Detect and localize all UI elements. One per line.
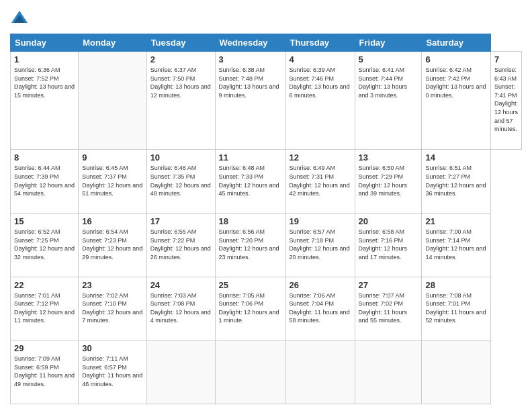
calendar-day-26: 26Sunrise: 7:06 AMSunset: 7:04 PMDayligh… — [285, 277, 355, 340]
calendar-day-25: 25Sunrise: 7:05 AMSunset: 7:06 PMDayligh… — [215, 277, 285, 340]
calendar-empty — [285, 340, 355, 404]
logo — [10, 9, 32, 28]
calendar-day-11: 11Sunrise: 6:48 AMSunset: 7:33 PMDayligh… — [215, 150, 285, 214]
calendar-day-2: 2Sunrise: 6:37 AMSunset: 7:50 PMDaylight… — [146, 52, 215, 150]
calendar-empty — [355, 340, 422, 404]
calendar-day-21: 21Sunrise: 7:00 AMSunset: 7:14 PMDayligh… — [422, 213, 491, 277]
calendar-table: SundayMondayTuesdayWednesdayThursdayFrid… — [10, 34, 522, 404]
logo-icon — [10, 9, 29, 28]
calendar-empty — [146, 340, 215, 404]
calendar-day-22: 22Sunrise: 7:01 AMSunset: 7:12 PMDayligh… — [11, 277, 79, 340]
calendar-day-3: 3Sunrise: 6:38 AMSunset: 7:48 PMDaylight… — [215, 52, 285, 150]
calendar-day-24: 24Sunrise: 7:03 AMSunset: 7:08 PMDayligh… — [146, 277, 215, 340]
header-cell-tuesday: Tuesday — [146, 34, 215, 52]
header-cell-friday: Friday — [355, 34, 422, 52]
calendar-day-14: 14Sunrise: 6:51 AMSunset: 7:27 PMDayligh… — [422, 150, 491, 214]
calendar-day-23: 23Sunrise: 7:02 AMSunset: 7:10 PMDayligh… — [79, 277, 146, 340]
calendar-day-20: 20Sunrise: 6:58 AMSunset: 7:16 PMDayligh… — [355, 213, 422, 277]
calendar-empty — [215, 340, 285, 404]
calendar-day-8: 8Sunrise: 6:44 AMSunset: 7:39 PMDaylight… — [11, 150, 79, 214]
calendar-week-4: 29Sunrise: 7:09 AMSunset: 6:59 PMDayligh… — [11, 340, 522, 404]
header-cell-sunday: Sunday — [11, 34, 79, 52]
calendar-header: SundayMondayTuesdayWednesdayThursdayFrid… — [11, 34, 522, 52]
calendar-day-6: 6Sunrise: 6:42 AMSunset: 7:42 PMDaylight… — [422, 52, 491, 150]
calendar-empty — [79, 52, 146, 150]
page: SundayMondayTuesdayWednesdayThursdayFrid… — [0, 0, 532, 411]
calendar-day-15: 15Sunrise: 6:52 AMSunset: 7:25 PMDayligh… — [11, 213, 79, 277]
calendar-day-19: 19Sunrise: 6:57 AMSunset: 7:18 PMDayligh… — [285, 213, 355, 277]
calendar-day-12: 12Sunrise: 6:49 AMSunset: 7:31 PMDayligh… — [285, 150, 355, 214]
calendar-day-16: 16Sunrise: 6:54 AMSunset: 7:23 PMDayligh… — [79, 213, 146, 277]
calendar-day-10: 10Sunrise: 6:46 AMSunset: 7:35 PMDayligh… — [146, 150, 215, 214]
calendar-day-27: 27Sunrise: 7:07 AMSunset: 7:02 PMDayligh… — [355, 277, 422, 340]
calendar-day-29: 29Sunrise: 7:09 AMSunset: 6:59 PMDayligh… — [11, 340, 79, 404]
calendar-week-3: 22Sunrise: 7:01 AMSunset: 7:12 PMDayligh… — [11, 277, 522, 340]
calendar-day-18: 18Sunrise: 6:56 AMSunset: 7:20 PMDayligh… — [215, 213, 285, 277]
header-cell-saturday: Saturday — [422, 34, 491, 52]
header-cell-monday: Monday — [79, 34, 146, 52]
calendar-week-2: 15Sunrise: 6:52 AMSunset: 7:25 PMDayligh… — [11, 213, 522, 277]
calendar-day-30: 30Sunrise: 7:11 AMSunset: 6:57 PMDayligh… — [79, 340, 146, 404]
calendar-day-28: 28Sunrise: 7:08 AMSunset: 7:01 PMDayligh… — [422, 277, 491, 340]
calendar-body: 1Sunrise: 6:36 AMSunset: 7:52 PMDaylight… — [11, 52, 522, 404]
header-cell-thursday: Thursday — [285, 34, 355, 52]
calendar-day-1: 1Sunrise: 6:36 AMSunset: 7:52 PMDaylight… — [11, 52, 79, 150]
calendar-day-17: 17Sunrise: 6:55 AMSunset: 7:22 PMDayligh… — [146, 213, 215, 277]
calendar-day-13: 13Sunrise: 6:50 AMSunset: 7:29 PMDayligh… — [355, 150, 422, 214]
calendar-day-4: 4Sunrise: 6:39 AMSunset: 7:46 PMDaylight… — [285, 52, 355, 150]
header-cell-wednesday: Wednesday — [215, 34, 285, 52]
calendar-week-0: 1Sunrise: 6:36 AMSunset: 7:52 PMDaylight… — [11, 52, 522, 150]
calendar-week-1: 8Sunrise: 6:44 AMSunset: 7:39 PMDaylight… — [11, 150, 522, 214]
calendar-day-7: 7Sunrise: 6:43 AMSunset: 7:41 PMDaylight… — [490, 52, 521, 150]
calendar-empty — [422, 340, 491, 404]
calendar-day-9: 9Sunrise: 6:45 AMSunset: 7:37 PMDaylight… — [79, 150, 146, 214]
header-row: SundayMondayTuesdayWednesdayThursdayFrid… — [11, 34, 522, 52]
header — [10, 7, 522, 28]
calendar-day-5: 5Sunrise: 6:41 AMSunset: 7:44 PMDaylight… — [355, 52, 422, 150]
